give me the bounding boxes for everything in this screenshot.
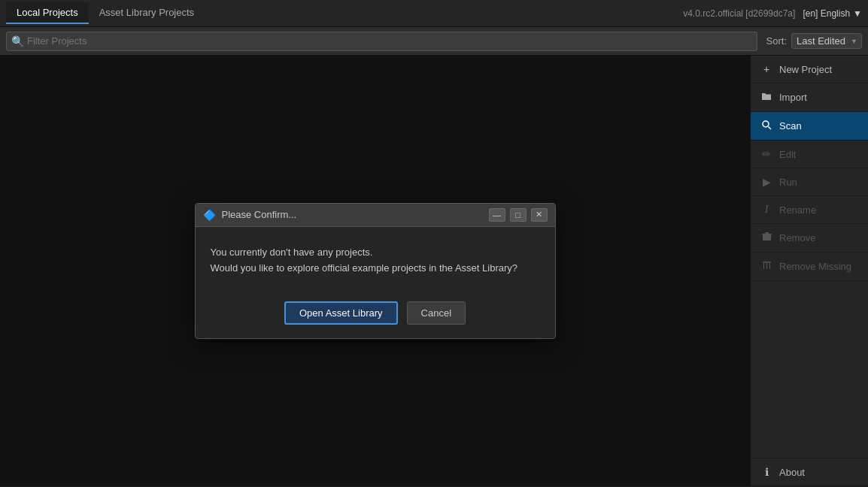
run-icon: ▶ [760,176,773,188]
modal-controls: — □ ✕ [489,208,548,222]
confirm-modal: 🔷 Please Confirm... — □ ✕ You currently … [195,203,556,340]
open-asset-library-button[interactable]: Open Asset Library [284,301,398,325]
folder-icon [760,91,773,104]
remove-missing-button[interactable]: Remove Missing [751,253,868,281]
version-info: v4.0.rc2.official [d2699dc7a] [en] Engli… [683,8,862,19]
about-icon: ℹ [760,466,773,478]
edit-icon: ✏ [760,148,773,160]
content-area: 🔷 Please Confirm... — □ ✕ You currently … [0,56,750,486]
remove-button[interactable]: Remove [751,224,868,253]
edit-button[interactable]: ✏ Edit [751,141,868,168]
tab-asset-library[interactable]: Asset Library Projects [89,2,205,24]
modal-icon: 🔷 [203,209,216,221]
sort-label: Sort: [766,35,787,47]
import-button[interactable]: Import [751,83,868,112]
about-button[interactable]: ℹ About [751,458,868,486]
right-sidebar: + New Project Import Scan ✏ Edit ▶ Run I… [750,56,868,486]
top-bar: Local Projects Asset Library Projects v4… [0,0,868,27]
new-project-label: New Project [779,64,832,75]
chevron-down-icon: ▼ [853,8,862,19]
scan-icon [760,119,773,132]
search-icon: 🔍 [11,35,24,47]
filter-bar: 🔍 Sort: Last Edited [0,27,868,56]
modal-body-line2: Would you like to explore official examp… [211,261,540,277]
about-label: About [779,467,805,478]
version-text: v4.0.rc2.official [d2699dc7a] [683,8,795,19]
sort-wrap: Last Edited [787,33,862,49]
modal-title: Please Confirm... [222,209,483,220]
scan-button[interactable]: Scan [751,112,868,141]
modal-footer: Open Asset Library Cancel [196,291,555,338]
run-button[interactable]: ▶ Run [751,168,868,196]
tab-local-projects[interactable]: Local Projects [6,2,89,24]
filter-input-wrap: 🔍 [6,32,757,51]
modal-close-button[interactable]: ✕ [531,208,548,222]
svg-point-0 [763,121,769,127]
import-label: Import [779,92,807,103]
edit-label: Edit [779,149,796,160]
trash-icon [760,231,773,244]
modal-body: You currently don't have any projects. W… [196,227,555,292]
modal-minimize-button[interactable]: — [489,208,505,222]
main-layout: 🔷 Please Confirm... — □ ✕ You currently … [0,56,868,486]
language-selector[interactable]: [en] English ▼ [803,8,862,19]
cancel-button[interactable]: Cancel [407,301,466,325]
new-project-button[interactable]: + New Project [751,56,868,83]
modal-titlebar: 🔷 Please Confirm... — □ ✕ [196,204,555,227]
run-label: Run [779,177,797,188]
plus-icon: + [760,63,773,75]
rename-label: Rename [779,204,816,216]
svg-rect-4 [762,234,772,235]
rename-icon: I [760,204,773,216]
sidebar-spacer [751,281,868,458]
language-text: [en] English [803,8,850,19]
modal-body-line1: You currently don't have any projects. [211,245,540,261]
sort-select[interactable]: Last Edited [791,33,862,49]
svg-rect-3 [765,232,769,234]
modal-maximize-button[interactable]: □ [510,208,527,222]
remove-missing-icon [760,260,773,273]
filter-input[interactable] [27,35,752,47]
remove-label: Remove [779,232,815,244]
svg-line-1 [769,127,772,130]
remove-missing-label: Remove Missing [779,261,851,272]
modal-overlay: 🔷 Please Confirm... — □ ✕ You currently … [0,56,750,486]
scan-label: Scan [779,120,802,132]
rename-button[interactable]: I Rename [751,196,868,224]
